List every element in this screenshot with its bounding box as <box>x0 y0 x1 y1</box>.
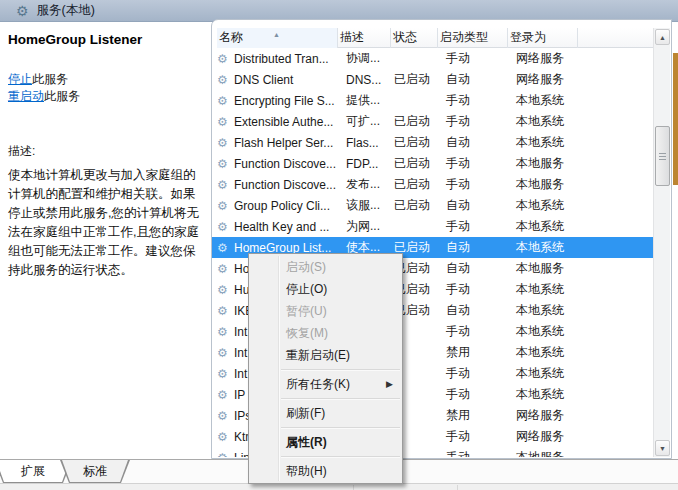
cell-log: 本地系统 <box>508 113 578 130</box>
column-header[interactable]: 描述 <box>338 28 391 48</box>
window-edge-artifact <box>673 53 678 185</box>
column-header[interactable]: 名称▲ <box>217 28 338 48</box>
cell-start: 手动 <box>438 155 508 172</box>
cell-start: 自动 <box>438 134 508 151</box>
service-gear-icon: ⚙ <box>217 431 234 443</box>
scroll-up-button[interactable]: ▲ <box>655 29 670 45</box>
cell-stat: 已启动 <box>391 155 438 172</box>
cell-desc: 协调... <box>338 50 391 67</box>
table-row[interactable]: ⚙Flash Helper Ser...Flas...已启动自动本地系统 <box>212 132 653 153</box>
context-menu-item[interactable]: 属性(R) <box>249 431 402 453</box>
service-gear-icon: ⚙ <box>217 221 234 233</box>
services-gear-icon: ⚙ <box>16 4 29 18</box>
cell-log: 网络服务 <box>508 50 578 67</box>
cell-log: 本地服务 <box>508 155 578 172</box>
description-label: 描述: <box>8 143 202 160</box>
context-menu-item: 恢复(M) <box>249 322 402 344</box>
cell-start: 禁用 <box>438 344 508 361</box>
restart-service-link[interactable]: 重启动 <box>8 89 44 103</box>
service-gear-icon: ⚙ <box>217 347 234 359</box>
service-gear-icon: ⚙ <box>217 179 234 191</box>
cell-name: Function Discove... <box>234 157 338 171</box>
context-menu-item[interactable]: 重新启动(E) <box>249 344 402 366</box>
column-header[interactable]: 启动类型 <box>438 28 508 48</box>
cell-log: 本地系统 <box>508 92 578 109</box>
cell-name: Distributed Tran... <box>234 52 338 66</box>
table-row[interactable]: ⚙Encrypting File S...提供...手动本地系统 <box>212 90 653 111</box>
table-row[interactable]: ⚙Group Policy Cli...该服...已启动自动本地系统 <box>212 195 653 216</box>
cell-desc: 可扩... <box>338 113 391 130</box>
context-menu-item[interactable]: 停止(O) <box>249 278 402 300</box>
cell-start: 手动 <box>438 176 508 193</box>
cell-start: 手动 <box>438 365 508 382</box>
table-row[interactable]: ⚙Extensible Authe...可扩...已启动手动本地系统 <box>212 111 653 132</box>
cell-start: 手动 <box>438 449 508 457</box>
cell-stat: 已启动 <box>391 176 438 193</box>
submenu-arrow-icon: ▶ <box>386 373 393 395</box>
extended-description-panel: HomeGroup Listener 停止此服务 重启动此服务 描述: 使本地计… <box>0 22 210 459</box>
cell-log: 本地服务 <box>508 260 578 277</box>
table-row[interactable]: ⚙Function Discove...发布...已启动手动本地服务 <box>212 174 653 195</box>
cell-log: 网络服务 <box>508 407 578 424</box>
service-gear-icon: ⚙ <box>217 95 234 107</box>
service-gear-icon: ⚙ <box>217 284 234 296</box>
cell-start: 手动 <box>438 218 508 235</box>
cell-start: 手动 <box>438 428 508 445</box>
cell-start: 手动 <box>438 50 508 67</box>
service-gear-icon: ⚙ <box>217 326 234 338</box>
cell-log: 网络服务 <box>508 71 578 88</box>
column-header[interactable]: 登录为 <box>508 28 578 48</box>
cell-desc: Flas... <box>338 136 391 150</box>
column-header[interactable]: 状态 <box>391 28 438 48</box>
scroll-down-button[interactable]: ▼ <box>655 440 670 456</box>
table-row[interactable]: ⚙Function Discove...FDP...已启动手动本地服务 <box>212 153 653 174</box>
cell-log: 网络服务 <box>508 428 578 445</box>
selected-service-title: HomeGroup Listener <box>8 32 202 47</box>
cell-desc: 发布... <box>338 176 391 193</box>
service-gear-icon: ⚙ <box>217 305 234 317</box>
stop-service-suffix: 此服务 <box>32 72 68 86</box>
cell-stat: 已启动 <box>391 134 438 151</box>
stop-service-link[interactable]: 停止 <box>8 72 32 86</box>
cell-name: Flash Helper Ser... <box>234 136 338 150</box>
cell-desc: 提供... <box>338 92 391 109</box>
cell-log: 本地系统 <box>508 365 578 382</box>
context-menu-item[interactable]: 帮助(H) <box>249 460 402 482</box>
service-gear-icon: ⚙ <box>217 53 234 65</box>
cell-start: 自动 <box>438 71 508 88</box>
cell-desc: DNS... <box>338 73 391 87</box>
service-gear-icon: ⚙ <box>217 200 234 212</box>
cell-start: 自动 <box>438 197 508 214</box>
cell-log: 本地系统 <box>508 218 578 235</box>
cell-stat: 已启动 <box>391 197 438 214</box>
cell-start: 禁用 <box>438 407 508 424</box>
column-header-filler <box>578 28 653 48</box>
service-gear-icon: ⚙ <box>217 452 234 458</box>
scrollbar-thumb[interactable] <box>655 126 670 186</box>
list-header-row: 名称▲描述状态启动类型登录为 <box>217 28 653 48</box>
cell-log: 本地系统 <box>508 239 578 256</box>
context-menu-item[interactable]: 所有任务(K)▶ <box>249 373 402 395</box>
table-row[interactable]: ⚙Health Key and ...为网...手动本地系统 <box>212 216 653 237</box>
cell-start: 手动 <box>438 281 508 298</box>
table-row[interactable]: ⚙Distributed Tran...协调...手动网络服务 <box>212 48 653 69</box>
service-gear-icon: ⚙ <box>217 116 234 128</box>
status-bar <box>0 483 678 490</box>
cell-stat: 已启动 <box>391 71 438 88</box>
service-gear-icon: ⚙ <box>217 410 234 422</box>
cell-start: 手动 <box>438 92 508 109</box>
context-menu-item[interactable]: 刷新(F) <box>249 402 402 424</box>
menu-separator <box>281 369 400 370</box>
vertical-scrollbar[interactable]: ▲ ▼ <box>653 28 670 457</box>
cell-desc: FDP... <box>338 157 391 171</box>
cell-name: Extensible Authe... <box>234 115 338 129</box>
table-row[interactable]: ⚙DNS ClientDNS...已启动自动网络服务 <box>212 69 653 90</box>
cell-desc: 为网... <box>338 218 391 235</box>
cell-log: 本地系统 <box>508 134 578 151</box>
service-gear-icon: ⚙ <box>217 242 234 254</box>
menu-separator <box>281 427 400 428</box>
cell-name: Function Discove... <box>234 178 338 192</box>
view-tab[interactable]: 标准 <box>60 460 130 483</box>
scrollbar-grip <box>659 153 666 161</box>
context-menu-item: 启动(S) <box>249 256 402 278</box>
